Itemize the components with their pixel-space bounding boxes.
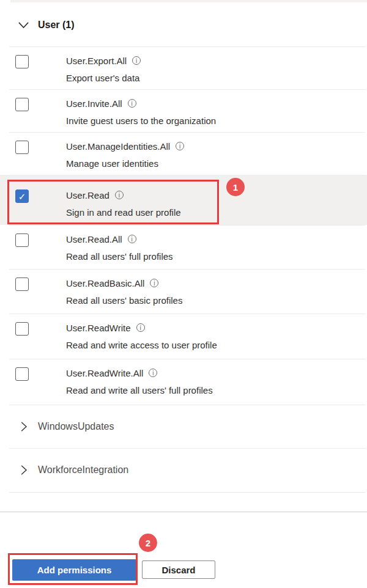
checkbox-user-read-all[interactable] — [15, 233, 29, 247]
permission-row-user-readwrite-all: User.ReadWrite.All i Read and write all … — [0, 359, 367, 405]
checkbox-user-read[interactable]: ✓ — [15, 189, 29, 203]
info-glyph: i — [132, 100, 133, 107]
permission-name: User.Invite.All — [66, 98, 122, 109]
permission-name: User.Export.All — [66, 56, 127, 66]
info-icon[interactable]: i — [176, 142, 184, 150]
chevron-right-icon — [18, 465, 29, 476]
permission-description: Read and write access to user profile — [66, 339, 217, 351]
annotation-badge-step2: 2 — [139, 534, 157, 552]
permission-row-user-manageidentities-all: User.ManageIdentities.All i Manage user … — [0, 132, 367, 175]
permission-name: User.ReadBasic.All — [66, 278, 144, 288]
permission-name: User.ReadWrite — [66, 323, 131, 333]
checkbox-user-manageidentities-all[interactable] — [15, 141, 29, 154]
chevron-right-icon — [18, 421, 29, 432]
permission-picker-panel: User (1) User.Export.All i Export user's… — [0, 0, 367, 588]
info-glyph: i — [136, 57, 137, 64]
permission-row-user-export-all: User.Export.All i Export user's data — [0, 46, 367, 89]
info-glyph: i — [139, 325, 141, 331]
info-icon[interactable]: i — [132, 56, 141, 65]
checkbox-user-readbasic-all[interactable] — [15, 277, 29, 291]
info-icon[interactable]: i — [136, 323, 145, 332]
checkbox-user-readwrite-all[interactable] — [15, 367, 29, 381]
section-label: User (1) — [38, 20, 75, 31]
info-icon[interactable]: i — [115, 191, 124, 199]
info-icon[interactable]: i — [149, 369, 157, 377]
section-header-workforceintegration[interactable]: WorkforceIntegration — [0, 448, 367, 492]
permission-row-user-readbasic-all: User.ReadBasic.All i Read all users' bas… — [0, 269, 367, 314]
permission-name: User.ReadWrite.All — [66, 368, 143, 378]
checkbox-user-readwrite[interactable] — [15, 322, 29, 336]
section-header-user[interactable]: User (1) — [0, 12, 367, 38]
chevron-down-icon — [18, 20, 29, 31]
permission-row-user-read: ✓ User.Read i Sign in and read user prof… — [0, 175, 367, 225]
permission-description: Export user's data — [66, 72, 141, 84]
section-header-windowsupdates[interactable]: WindowsUpdates — [0, 405, 367, 448]
section-label: WorkforceIntegration — [38, 465, 128, 476]
permission-description: Read all users' basic profiles — [66, 295, 182, 307]
permission-row-user-invite-all: User.Invite.All i Invite guest users to … — [0, 89, 367, 132]
info-icon[interactable]: i — [150, 279, 158, 287]
permission-list: User.Export.All i Export user's data Use… — [0, 46, 367, 492]
info-glyph: i — [132, 236, 133, 243]
info-glyph: i — [179, 143, 180, 150]
permission-description: Sign in and read user profile — [66, 207, 181, 219]
checkmark-icon: ✓ — [18, 192, 26, 201]
info-icon[interactable]: i — [128, 235, 136, 243]
cutoff-row-remnant — [10, 0, 367, 2]
permission-description: Read and write all users' full profiles — [66, 384, 213, 397]
footer-top-border — [0, 512, 367, 512]
info-glyph: i — [152, 370, 154, 377]
section-label: WindowsUpdates — [38, 421, 114, 432]
permission-description: Invite guest users to the organization — [66, 115, 216, 127]
permission-row-user-read-all: User.Read.All i Read all users' full pro… — [0, 225, 367, 269]
add-permissions-button[interactable]: Add permissions — [12, 559, 136, 581]
info-icon[interactable]: i — [128, 99, 136, 108]
info-glyph: i — [119, 192, 120, 199]
discard-button[interactable]: Discard — [142, 560, 215, 579]
info-glyph: i — [154, 280, 155, 287]
permission-name: User.ManageIdentities.All — [66, 141, 170, 152]
permission-name: User.Read.All — [66, 234, 122, 244]
list-bottom-divider — [9, 492, 365, 493]
permission-description: Manage user identities — [66, 158, 184, 170]
checkbox-user-invite-all[interactable] — [15, 98, 29, 111]
permission-row-user-readwrite: User.ReadWrite i Read and write access t… — [0, 314, 367, 359]
permission-description: Read all users' full profiles — [66, 251, 173, 263]
checkbox-user-export-all[interactable] — [15, 55, 29, 68]
permission-name: User.Read — [66, 190, 109, 200]
